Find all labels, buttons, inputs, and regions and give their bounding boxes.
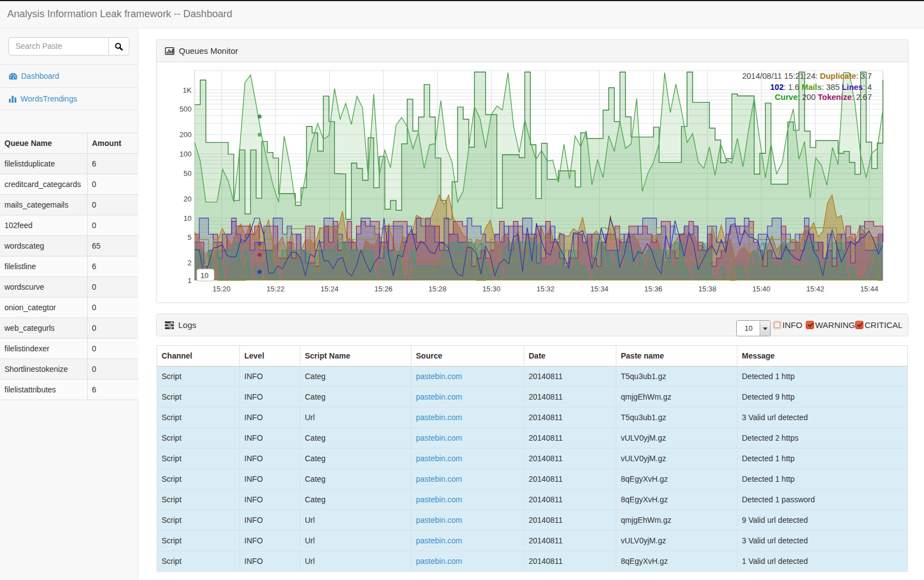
- svg-text:15:24: 15:24: [320, 285, 339, 293]
- svg-text:1: 1: [188, 276, 192, 285]
- svg-text:15:30: 15:30: [483, 285, 501, 293]
- svg-text:15:22: 15:22: [267, 285, 285, 293]
- svg-text:1K: 1K: [183, 86, 192, 94]
- svg-text:200: 200: [179, 130, 192, 139]
- svg-text:15:32: 15:32: [536, 285, 555, 293]
- svg-text:500: 500: [179, 105, 192, 113]
- svg-text:15:40: 15:40: [752, 285, 771, 293]
- svg-text:15:38: 15:38: [699, 285, 717, 293]
- svg-text:Curve: 200 Tokenize: 2.67: Curve: 200 Tokenize: 2.67: [775, 93, 872, 102]
- svg-text:15:26: 15:26: [374, 285, 393, 293]
- svg-text:15:20: 15:20: [213, 285, 231, 293]
- svg-text:50: 50: [184, 169, 192, 178]
- svg-text:15:44: 15:44: [860, 285, 878, 293]
- svg-text:15:34: 15:34: [590, 285, 609, 293]
- svg-text:100: 100: [179, 150, 192, 158]
- svg-text:15:36: 15:36: [644, 285, 662, 293]
- svg-text:15:28: 15:28: [429, 285, 447, 293]
- svg-text:10: 10: [184, 214, 192, 223]
- svg-text:2014/08/11 15:21:24: Duplicate: 2014/08/11 15:21:24: Duplicate: 3.7: [742, 72, 872, 80]
- svg-text:102: 1.6 Mails: 385 Lines: 4: 102: 1.6 Mails: 385 Lines: 4: [770, 83, 872, 92]
- svg-text:5: 5: [188, 233, 192, 241]
- svg-text:20: 20: [184, 195, 192, 203]
- svg-text:2: 2: [188, 259, 192, 267]
- svg-text:10: 10: [200, 271, 208, 280]
- svg-text:15:42: 15:42: [806, 285, 825, 293]
